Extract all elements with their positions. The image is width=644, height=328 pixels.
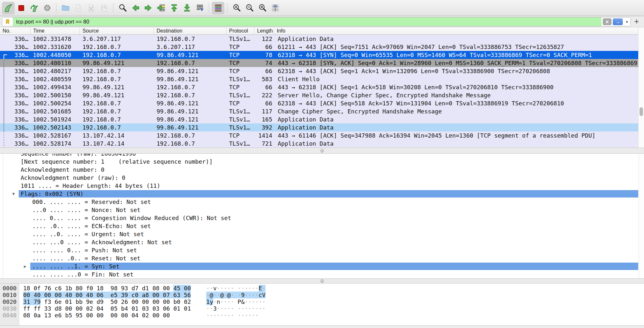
packet-row[interactable]: 336…1002.480217192.168.0.799.86.49.121TC… — [0, 67, 638, 75]
detail-tree-row[interactable]: Acknowledgment number: 0 — [0, 166, 644, 174]
packet-row[interactable]: 336…1002.48011099.86.49.121192.168.0.7TC… — [0, 59, 638, 67]
resize-columns-button[interactable] — [269, 2, 281, 14]
packet-cell: 192.168.0.7 — [82, 123, 153, 131]
capture-options-button[interactable] — [41, 2, 53, 14]
packet-cell: 192.168.0.7 — [157, 35, 226, 43]
packet-cell: 1002.501685 — [33, 107, 79, 115]
packet-cell: 99.86.49.121 — [157, 115, 226, 123]
packet-cell: 99.86.49.121 — [82, 83, 153, 91]
detail-tree-row[interactable]: [Next sequence number: 1 (relative seque… — [0, 158, 644, 166]
packet-cell: 1002.500150 — [33, 91, 79, 99]
detail-tree-row[interactable]: ▶.... .... ..1. = Syn: Set — [0, 262, 644, 270]
packet-list-scrollbar-thumb[interactable] — [639, 107, 643, 116]
detail-tree-row[interactable]: .... .... ...0 = Fin: Not set — [0, 270, 644, 278]
detail-tree-row[interactable]: .... .... 0... = Push: Not set — [0, 246, 644, 254]
hex-row[interactable]: 004008 0a 13 e6 b5 95 00 00 00 00 04 02 … — [0, 312, 644, 319]
start-capture-button[interactable] — [2, 2, 14, 14]
packet-list[interactable]: 336…1002.3314783.6.207.117192.168.0.7TLS… — [0, 35, 644, 148]
detail-tree-row[interactable]: .... ..0. .... = Urgent: Not set — [0, 230, 644, 238]
column-header-info[interactable]: Info — [274, 27, 644, 34]
splitter-list-detail[interactable] — [0, 148, 644, 154]
column-header-no[interactable]: No. — [0, 27, 31, 34]
packet-cell: TCP — [229, 67, 254, 75]
filter-clear-button[interactable]: ✕ — [603, 18, 611, 25]
splitter-handle — [321, 149, 324, 153]
column-header-length[interactable]: Length — [255, 27, 274, 34]
hex-row[interactable]: 002031 79 f3 6e 01 bb 9e d9 50 26 00 00 … — [0, 298, 644, 305]
colorize-packets-button[interactable] — [212, 2, 224, 14]
packet-cell: 1002.331478 — [33, 35, 79, 43]
stop-capture-button[interactable] — [15, 2, 27, 14]
packet-cell: 222 — [254, 91, 272, 99]
detail-tree-row[interactable]: .... .0.. .... = ECN-Echo: Not set — [0, 222, 644, 230]
expander-right-icon[interactable]: ▶ — [24, 262, 26, 270]
filter-bookmark-button[interactable] — [2, 17, 13, 26]
expander-down-icon[interactable]: ▼ — [12, 190, 15, 198]
detail-tree-row[interactable]: 000. .... .... = Reserved: Not set — [0, 198, 644, 206]
packet-row[interactable]: 336…1002.501685192.168.0.799.86.49.121TL… — [0, 107, 638, 115]
packet-row[interactable]: 336…1002.49943499.86.49.121192.168.0.7TC… — [0, 83, 638, 91]
packet-row[interactable]: 336…1002.331620192.168.0.73.6.207.117TCP… — [0, 43, 638, 51]
hex-row[interactable]: 001000 40 00 00 40 00 40 06 e5 39 c0 a8 … — [0, 292, 644, 298]
detail-text: ...0 .... .... = Nonce: Not set — [32, 206, 140, 214]
add-filter-button[interactable]: + — [632, 17, 641, 26]
splitter-detail-hex[interactable] — [0, 278, 644, 284]
zoom-reset-button[interactable] — [256, 2, 268, 14]
hex-row[interactable]: 000018 0f 76 c6 1b 80 f0 18 98 93 d7 d1 … — [0, 285, 644, 292]
hex-row[interactable]: 0030ff ff 33 d8 00 00 02 04 05 b4 01 03 … — [0, 305, 644, 312]
detail-tree-row[interactable]: .... 0... .... = Congestion Window Reduc… — [0, 214, 644, 222]
detail-tree-row[interactable]: 1011 .... = Header Length: 44 bytes (11) — [0, 182, 644, 190]
filter-dropdown-caret[interactable]: ▾ — [623, 17, 630, 26]
column-header-protocol[interactable]: Protocol — [226, 27, 255, 34]
packet-row[interactable]: 336…1002.480559192.168.0.799.86.49.121TL… — [0, 75, 638, 83]
detail-tree-row[interactable]: Acknowledgment number (raw): 0 — [0, 174, 644, 182]
go-first-packet-button[interactable] — [168, 2, 180, 14]
display-filter-input[interactable] — [13, 17, 601, 26]
detail-text: 000. .... .... = Reserved: Not set — [32, 198, 151, 206]
detail-tree-row[interactable]: Sequence number (raw): 2605041996 — [0, 154, 644, 158]
packet-detail-pane[interactable]: Sequence number (raw): 2605041996[Next s… — [0, 154, 644, 278]
packet-row[interactable]: 336…1002.50015099.86.49.121192.168.0.7TL… — [0, 91, 638, 99]
packet-row[interactable]: 336…1002.501924192.168.0.799.86.49.121TL… — [0, 115, 638, 123]
restart-capture-button[interactable] — [28, 2, 40, 14]
column-header-destination[interactable]: Destination — [154, 27, 226, 34]
packet-row[interactable]: 336…1002.52816713.107.42.14192.168.0.7TC… — [0, 131, 638, 140]
detail-text: .... .0.. .... = ECN-Echo: Not set — [32, 222, 151, 230]
packet-cell: 13.107.42.14 — [82, 131, 153, 140]
open-capture-file-button[interactable] — [59, 2, 72, 14]
packet-list-scrollbar[interactable] — [638, 27, 644, 148]
detail-tree-row[interactable]: .... ...0 .... = Acknowledgment: Not set — [0, 238, 644, 246]
close-capture-file-button[interactable] — [85, 2, 97, 14]
packet-cell: 1002.528174 — [33, 140, 79, 148]
reload-capture-file-button[interactable] — [98, 2, 110, 14]
detail-text: .... .... ..1. = Syn: Set — [32, 262, 120, 270]
auto-scroll-toggle-button[interactable] — [194, 2, 206, 14]
detail-tree-row[interactable]: .... .... .0.. = Reset: Not set — [0, 254, 644, 262]
packet-row[interactable]: 336…1002.502143192.168.0.799.86.49.121TL… — [0, 123, 638, 131]
toolbar-separator — [56, 3, 56, 13]
stop-square-icon — [17, 4, 25, 12]
packet-row[interactable]: 336…1002.3314783.6.207.117192.168.0.7TLS… — [0, 35, 638, 43]
packet-cell: TLSv1… — [229, 107, 254, 115]
go-next-packet-button[interactable] — [142, 2, 154, 14]
apply-arrow-icon: → — [615, 19, 620, 25]
packet-row[interactable]: 336…1002.52817413.107.42.14192.168.0.7TL… — [0, 140, 638, 148]
packet-row[interactable]: 336…1002.500254192.168.0.799.86.49.121TC… — [0, 99, 638, 107]
go-to-packet-button[interactable] — [155, 2, 167, 14]
filter-apply-button[interactable]: → — [613, 18, 623, 25]
column-header-time[interactable]: Time — [31, 27, 80, 34]
hex-dump-pane[interactable]: 000018 0f 76 c6 1b 80 f0 18 98 93 d7 d1 … — [0, 284, 644, 325]
zoom-in-button[interactable] — [230, 2, 243, 14]
detail-tree-row[interactable]: ▼Flags: 0x002 (SYN) — [0, 190, 644, 198]
go-last-packet-button[interactable] — [181, 2, 193, 14]
detail-tree-row[interactable]: ...0 .... .... = Nonce: Not set — [0, 206, 644, 214]
go-previous-packet-button[interactable] — [129, 2, 141, 14]
packet-cell: 336… — [0, 75, 28, 83]
detail-selection-highlight — [19, 190, 638, 198]
column-header-source[interactable]: Source — [80, 27, 154, 34]
zoom-out-button[interactable] — [243, 2, 255, 14]
save-capture-file-button[interactable] — [72, 2, 84, 14]
packet-row[interactable]: 336…1002.448050192.168.0.799.86.49.121TC… — [0, 51, 638, 59]
find-packet-button[interactable] — [116, 2, 129, 14]
packet-cell: 74 — [254, 59, 272, 67]
